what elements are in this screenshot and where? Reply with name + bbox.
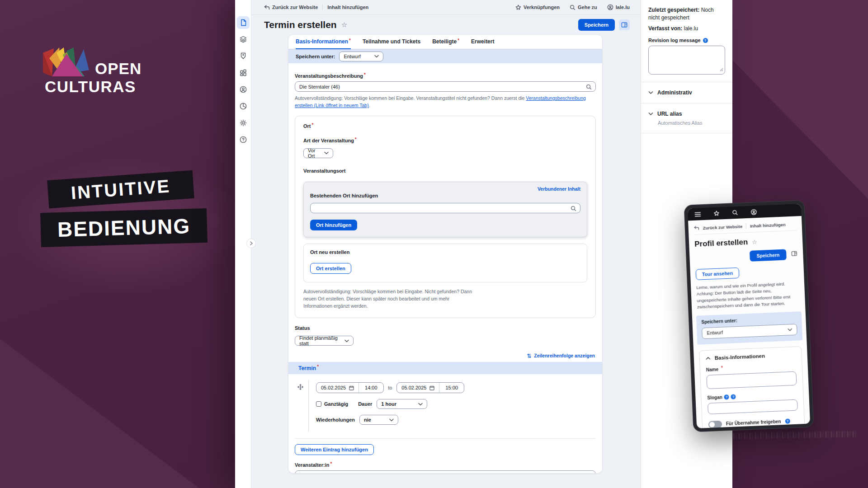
revision-log-textarea[interactable]	[648, 46, 725, 75]
organizer-input[interactable]	[295, 470, 596, 474]
mobile-breadcrumb: Zurück zur Website Inhalt hinzufügen	[693, 218, 797, 235]
mobile-preview-device: Zurück zur Website Inhalt hinzufügen Pro…	[684, 200, 814, 432]
mobile-slogan-input[interactable]	[708, 399, 798, 414]
drag-handle-icon[interactable]	[297, 384, 303, 391]
tab-teilnahme-und-tickets[interactable]: Teilnahme und Tickets	[363, 35, 420, 49]
mobile-sidebar-toggle-button[interactable]	[791, 250, 798, 258]
revision-log-label: Revision log message ?	[648, 38, 725, 43]
mobile-add-content-link[interactable]: Inhalt hinzufügen	[750, 222, 786, 228]
help-badge-icon[interactable]: ?	[724, 394, 729, 399]
panel-icon	[621, 21, 628, 28]
release-toggle[interactable]	[708, 420, 722, 428]
repeat-select[interactable]: nie	[359, 415, 398, 425]
sidebar-section-url-alias[interactable]: URL alias	[648, 111, 725, 117]
user-menu[interactable]: lale.lu	[607, 4, 630, 10]
phone-screen: Zurück zur Website Inhalt hinzufügen Pro…	[688, 204, 810, 428]
help-badge-icon[interactable]: ?	[703, 38, 708, 43]
mobile-save-under-bar: Speichern unter: Entwurf	[696, 311, 802, 345]
bookmark-star-icon[interactable]: ☆	[341, 21, 347, 29]
organizer-label: Veranstalter:in*	[295, 462, 596, 468]
mobile-back-link[interactable]: Zurück zur Website	[703, 224, 742, 230]
toolbar-settings-icon[interactable]	[237, 117, 250, 129]
resize-grip-icon[interactable]	[720, 66, 723, 73]
url-alias-subtext: Automatisches Alias	[658, 120, 725, 126]
star-icon	[515, 5, 521, 10]
toolbar-reports-icon[interactable]	[237, 100, 250, 113]
topbar-separator	[322, 5, 323, 10]
banner-line1-text: INTUITIVE	[71, 176, 171, 203]
menu-icon[interactable]	[694, 211, 701, 217]
mobile-name-label: Name*	[706, 363, 796, 372]
release-toggle-label: Für Übernahme freigeben	[726, 419, 781, 426]
add-content-link[interactable]: Inhalt hinzufügen	[327, 5, 368, 10]
chevron-down-icon	[648, 91, 653, 94]
toolbar-collapse-button[interactable]	[246, 239, 256, 248]
event-type-select[interactable]: Vor Ort	[303, 148, 333, 158]
status-select[interactable]: Findet planmäßig statt	[295, 336, 354, 346]
mobile-save-under-label: Speichern unter:	[701, 315, 797, 324]
add-ort-button[interactable]: Ort hinzufügen	[310, 220, 357, 230]
openculturas-logo: OPEN CULTURAS	[42, 45, 160, 99]
allday-label: Ganztägig	[324, 401, 348, 407]
tab-basis-informationen[interactable]: Basis-Informationen*	[296, 35, 351, 49]
connected-content-link[interactable]: Verbundener Inhalt	[538, 186, 580, 192]
back-arrow-icon	[694, 225, 699, 230]
toolbar-content-icon[interactable]	[237, 16, 250, 29]
status-label: Status	[295, 325, 596, 331]
sidebar-section-administrativ[interactable]: Administrativ	[648, 89, 725, 96]
duration-select[interactable]: 1 hour	[377, 399, 427, 409]
back-arrow-icon	[264, 5, 270, 10]
logo-word-culturas: CULTURAS	[45, 78, 136, 96]
user-icon[interactable]	[750, 209, 757, 216]
toolbar-blocks-icon[interactable]	[237, 66, 250, 79]
bookmark-star-icon[interactable]: ☆	[752, 239, 757, 245]
user-icon	[607, 4, 613, 10]
banner-bedienung: BEDIENUNG	[40, 208, 208, 247]
end-time-field[interactable]: 15:00	[439, 383, 464, 393]
form-tabs: Basis-Informationen* Teilnahme und Ticke…	[288, 35, 602, 49]
toolbar-help-icon[interactable]	[237, 133, 250, 146]
promo-canvas: OPEN CULTURAS INTUITIVE BEDIENUNG	[0, 0, 868, 488]
help-badge-icon[interactable]: ?	[731, 394, 736, 399]
help-badge-icon[interactable]: ?	[785, 418, 790, 423]
show-row-weights-link[interactable]: Zeilenreihenfolge anzeigen	[296, 353, 595, 358]
create-ort-button[interactable]: Ort erstellen	[310, 263, 351, 274]
existing-ort-input[interactable]	[310, 203, 580, 213]
end-datetime-group: 05.02.2025 15:00	[396, 382, 464, 393]
repeat-label: Wiederholungen	[316, 417, 355, 422]
repeat-row: Wiederholungen nie	[316, 415, 596, 425]
start-date-field[interactable]: 05.02.2025	[316, 383, 359, 393]
save-under-select[interactable]: Entwurf	[339, 52, 383, 61]
shortcuts-link[interactable]: Verknüpfungen	[515, 5, 560, 10]
toolbar-people-icon[interactable]	[237, 83, 250, 96]
sidebar-toggle-button[interactable]	[619, 19, 630, 30]
save-button[interactable]: Speichern	[578, 19, 615, 31]
toolbar-tag-icon[interactable]	[237, 50, 250, 62]
mobile-section-basis-informationen[interactable]: Basis-Informationen	[706, 352, 796, 361]
search-icon[interactable]	[732, 210, 738, 216]
separator	[746, 223, 747, 229]
chevron-down-icon	[344, 339, 349, 343]
end-date-field[interactable]: 05.02.2025	[397, 383, 439, 393]
sidebar-divider	[641, 103, 732, 103]
date-time-row: 05.02.2025 14:00 to 05.02.2025	[316, 382, 596, 393]
mobile-save-button[interactable]: Speichern	[750, 249, 787, 261]
tab-beteiligte[interactable]: Beteiligte*	[432, 35, 459, 49]
tour-button[interactable]: Tour ansehen	[696, 267, 740, 280]
ort-hint: Autovervollständigung: Vorschläge kommen…	[303, 288, 480, 310]
mobile-save-under-select[interactable]: Entwurf	[702, 324, 797, 339]
start-time-field[interactable]: 14:00	[359, 383, 383, 393]
tab-erweitert[interactable]: Erweitert	[471, 35, 494, 49]
goto-search-link[interactable]: Gehe zu	[570, 5, 597, 10]
star-icon[interactable]	[713, 211, 720, 217]
back-to-site-link[interactable]: Zurück zur Website	[264, 5, 318, 10]
add-entry-button[interactable]: Weiteren Eintrag hinzufügen	[295, 444, 374, 455]
mobile-name-input[interactable]	[706, 371, 797, 389]
toolbar-layers-icon[interactable]	[237, 33, 250, 46]
description-input[interactable]	[295, 81, 596, 92]
allday-checkbox[interactable]	[316, 401, 321, 407]
mobile-basis-card: Basis-Informationen Name* Slogan ? ?	[699, 346, 806, 428]
chevron-up-icon	[706, 356, 711, 360]
add-entry-section: Weiteren Eintrag hinzufügen	[295, 438, 596, 455]
existing-ort-label: Bestehenden Ort hinzufügen	[310, 193, 580, 198]
